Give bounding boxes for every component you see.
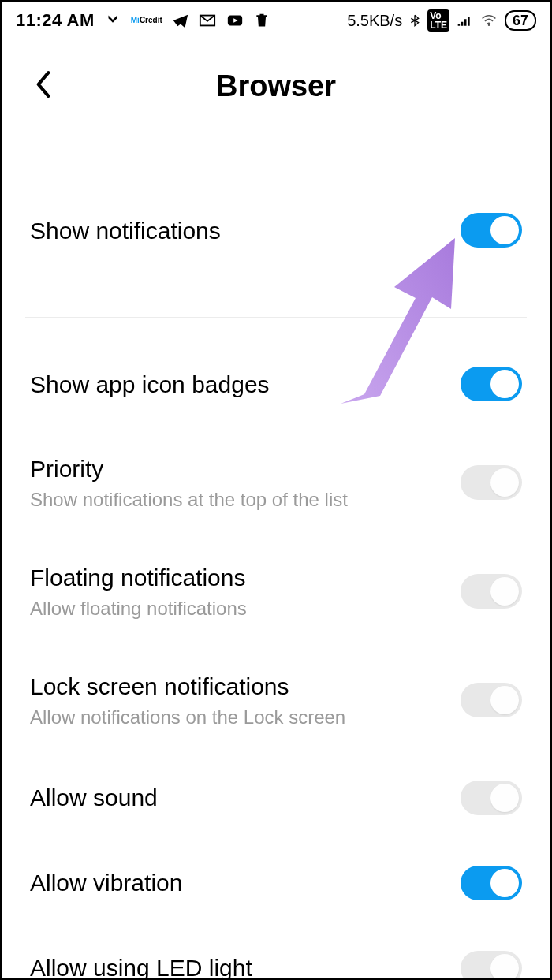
youtube-icon: [226, 12, 244, 29]
toggle-sound[interactable]: [461, 781, 522, 815]
row-led[interactable]: Allow using LED light: [2, 940, 550, 980]
toggle-lockscreen[interactable]: [461, 683, 522, 717]
label-led: Allow using LED light: [30, 952, 445, 980]
label-vibration: Allow vibration: [30, 867, 445, 898]
label-priority: Priority: [30, 453, 445, 484]
trash-icon: [254, 12, 270, 29]
label-lockscreen: Lock screen notifications: [30, 671, 445, 702]
page-title: Browser: [25, 69, 527, 103]
mi-credit-icon: MiCredit: [131, 17, 162, 24]
toggle-floating[interactable]: [461, 574, 522, 609]
toggle-show-badges[interactable]: [461, 367, 522, 401]
label-sound: Allow sound: [30, 782, 445, 813]
label-show-badges: Show app icon badges: [30, 369, 445, 400]
gmail-icon: [199, 12, 216, 29]
label-show-notifications: Show notifications: [30, 215, 445, 246]
label-floating: Floating notifications: [30, 562, 445, 593]
toggle-led[interactable]: [461, 951, 522, 980]
sub-priority: Show notifications at the top of the lis…: [30, 487, 445, 512]
battery-indicator: 67: [505, 10, 536, 31]
sub-lockscreen: Allow notifications on the Lock screen: [30, 705, 445, 729]
row-sound[interactable]: Allow sound: [2, 769, 550, 826]
row-priority[interactable]: Priority Show notifications at the top o…: [2, 436, 550, 529]
row-show-badges[interactable]: Show app icon badges: [2, 356, 550, 412]
status-right: 5.5KB/s VoLTE 67: [347, 9, 536, 32]
page-header: Browser: [2, 38, 550, 143]
status-time: 11:24 AM: [16, 10, 95, 31]
row-floating[interactable]: Floating notifications Allow floating no…: [2, 545, 550, 638]
status-left: 11:24 AM MiCredit: [16, 10, 270, 31]
toggle-vibration[interactable]: [461, 866, 522, 900]
back-button[interactable]: [33, 69, 54, 104]
volte-icon: VoLTE: [427, 9, 449, 32]
toggle-priority[interactable]: [461, 465, 522, 500]
telegram-icon: [172, 12, 189, 29]
bluetooth-icon: [408, 12, 421, 29]
wifi-icon: [479, 13, 498, 28]
row-vibration[interactable]: Allow vibration: [2, 855, 550, 911]
toggle-show-notifications[interactable]: [461, 213, 522, 248]
signal-icon: [456, 13, 473, 28]
svg-point-2: [488, 24, 490, 27]
row-lockscreen[interactable]: Lock screen notifications Allow notifica…: [2, 654, 550, 747]
sub-floating: Allow floating notifications: [30, 596, 445, 620]
data-rate: 5.5KB/s: [347, 12, 402, 30]
status-bar: 11:24 AM MiCredit 5.5KB/s VoLTE 67: [2, 2, 550, 38]
row-show-notifications[interactable]: Show notifications: [2, 187, 550, 274]
missed-call-icon: [104, 12, 121, 29]
